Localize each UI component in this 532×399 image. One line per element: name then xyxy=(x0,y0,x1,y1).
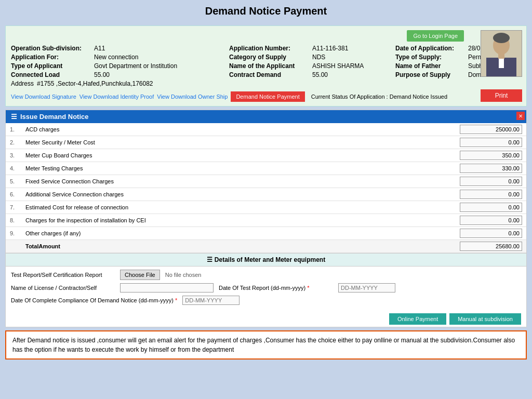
issue-header: ☰ Issue Demand Notice ✕ xyxy=(6,110,526,123)
total-table: TotalAmount xyxy=(6,240,526,253)
charge-value-cell xyxy=(229,214,526,227)
license-label: Name of License / Contractor/Self xyxy=(11,285,115,291)
table-row: 7. Estimated Cost for release of connect… xyxy=(6,201,526,214)
table-row: 1. ACD charges xyxy=(6,123,526,136)
license-input[interactable] xyxy=(120,283,214,292)
charge-value-cell xyxy=(229,175,526,188)
charge-input[interactable] xyxy=(460,203,522,212)
close-button[interactable]: ✕ xyxy=(516,112,525,120)
name-applicant-label: Name of the Applicant xyxy=(229,62,312,70)
connected-load-label: Connected Load xyxy=(11,71,94,78)
choose-file-button[interactable]: Choose File xyxy=(120,270,160,280)
purpose-supply-label: Purpose of Supply xyxy=(395,71,468,78)
compliance-date-input[interactable] xyxy=(182,296,240,305)
page-title: Demand Notice Payment xyxy=(0,0,532,21)
charge-value-cell xyxy=(229,201,526,214)
charge-no: 9. xyxy=(6,227,21,240)
charge-input[interactable] xyxy=(460,216,522,225)
type-supply-label: Type of Supply: xyxy=(395,54,468,61)
svg-rect-5 xyxy=(499,58,504,68)
view-signature-link[interactable]: View Download Signature xyxy=(11,94,76,100)
total-label: TotalAmount xyxy=(21,240,229,253)
online-payment-button[interactable]: Online Payment xyxy=(389,313,446,325)
type-applicant-label: Type of Applicant xyxy=(11,62,94,70)
date-app-label: Date of Application: xyxy=(395,45,468,52)
charge-value-cell xyxy=(229,123,526,136)
contract-demand-value: 55.00 xyxy=(312,71,395,78)
charge-value-cell xyxy=(229,162,526,175)
charge-no: 4. xyxy=(6,162,21,175)
bottom-note: After Demand notice is issued ,consumer … xyxy=(5,330,527,360)
op-subdivision-value: A11 xyxy=(94,45,229,52)
payment-buttons: Online Payment Manual at subdivision xyxy=(6,311,526,327)
charge-value-cell xyxy=(229,188,526,201)
test-report-label: Test Report/Self Certification Report xyxy=(11,272,115,278)
charge-no: 6. xyxy=(6,188,21,201)
table-row: 3. Meter Cup Board Charges xyxy=(6,149,526,162)
applicant-photo xyxy=(481,30,522,77)
table-row: 5. Fixed Service Connection Charges xyxy=(6,175,526,188)
charge-no: 7. xyxy=(6,201,21,214)
issue-demand-panel: ☰ Issue Demand Notice ✕ 1. ACD charges 2… xyxy=(5,110,527,327)
contract-demand-label: Contract Demand xyxy=(229,71,312,78)
table-row: 9. Other charges (if any) xyxy=(6,227,526,240)
charge-label: Meter Testing Charges xyxy=(21,162,229,175)
issue-header-title: Issue Demand Notice xyxy=(20,113,89,121)
view-identity-link[interactable]: View Download Identity Proof xyxy=(79,94,154,100)
charge-no: 3. xyxy=(6,149,21,162)
details-title: Details of Meter and Meter equipment xyxy=(215,256,325,263)
charge-label: Meter Security / Meter Cost xyxy=(21,136,229,149)
total-no xyxy=(6,240,21,253)
table-row: 4. Meter Testing Charges xyxy=(6,162,526,175)
charge-label: Fixed Service Connection Charges xyxy=(21,175,229,188)
name-father-label: Name of Father xyxy=(395,62,468,70)
print-button[interactable]: Print xyxy=(481,89,522,102)
address-label: Address xyxy=(11,80,34,87)
table-row: 8. Charges for the inspection of install… xyxy=(6,214,526,227)
charge-input[interactable] xyxy=(460,125,522,134)
charge-label: ACD charges xyxy=(21,123,229,136)
total-value-cell xyxy=(229,240,526,253)
no-file-text: No file chosen xyxy=(165,272,202,278)
info-panel: Go to Login Page Operation Sub-division:… xyxy=(5,25,527,107)
charge-no: 8. xyxy=(6,214,21,227)
info-grid: Operation Sub-division: A11 Application … xyxy=(11,45,521,78)
date-test-input[interactable] xyxy=(338,283,395,292)
cat-supply-label: Category of Supply xyxy=(229,54,312,61)
charge-input[interactable] xyxy=(460,190,522,199)
charge-input[interactable] xyxy=(460,177,522,186)
info-links: View Download Signature View Download Id… xyxy=(11,91,521,102)
app-for-value: New connection xyxy=(94,54,229,61)
charge-input[interactable] xyxy=(460,151,522,160)
charges-table: 1. ACD charges 2. Meter Security / Meter… xyxy=(6,123,526,240)
details-icon: ☰ xyxy=(207,256,212,263)
table-row: 2. Meter Security / Meter Cost xyxy=(6,136,526,149)
compliance-row: Date Of Complete Compliance Of Demand No… xyxy=(11,296,521,305)
details-section-header: ☰ Details of Meter and Meter equipment xyxy=(6,253,526,267)
charge-input[interactable] xyxy=(460,138,522,147)
app-for-label: Application For: xyxy=(11,54,94,61)
app-number-value: A11-116-381 xyxy=(312,45,395,52)
charge-input[interactable] xyxy=(460,164,522,173)
charge-label: Estimated Cost for release of connection xyxy=(21,201,229,214)
svg-rect-6 xyxy=(498,54,504,59)
demand-notice-button[interactable]: Demand Notice Payment xyxy=(231,91,304,102)
list-icon: ☰ xyxy=(11,113,17,121)
app-number-label: Application Number: xyxy=(229,45,312,52)
type-applicant-value: Govt Department or Institution xyxy=(94,62,229,70)
charge-value-cell xyxy=(229,136,526,149)
name-applicant-value: ASHISH SHARMA xyxy=(312,62,395,70)
svg-point-2 xyxy=(493,33,510,43)
address-value: #1755 ,Sector-4,Hafed,Punchkula,176082 xyxy=(37,80,153,87)
manual-payment-button[interactable]: Manual at subdivision xyxy=(449,313,521,325)
meter-section: Test Report/Self Certification Report Ch… xyxy=(6,267,526,311)
charge-no: 1. xyxy=(6,123,21,136)
cat-supply-value: NDS xyxy=(312,54,395,61)
login-button[interactable]: Go to Login Page xyxy=(407,30,464,42)
date-test-label: Date Of Test Report (dd-mm-yyyy) * xyxy=(219,285,333,291)
view-ownership-link[interactable]: View Download Owner Ship xyxy=(157,94,228,100)
charge-label: Meter Cup Board Charges xyxy=(21,149,229,162)
application-status: Current Status Of Application : Demand N… xyxy=(311,94,447,100)
charge-input[interactable] xyxy=(460,229,522,238)
total-amount-input[interactable] xyxy=(460,242,522,251)
